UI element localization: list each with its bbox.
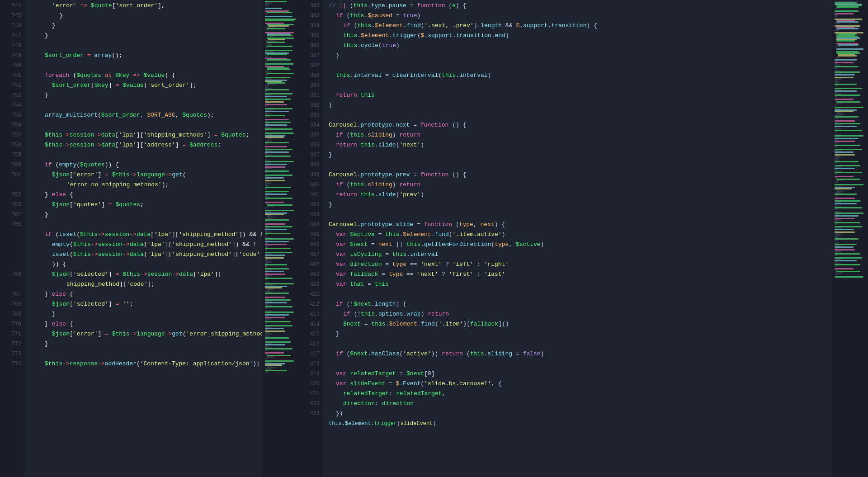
right-panel: 382 383 384 385 386 387 388 389 390 391 … [298,0,832,477]
code-line [30,100,262,110]
code-line: $this->response->addHeader('Content-Type… [30,359,262,369]
code-line [30,150,262,160]
code-line: $sort_order[$key] = $value['sort_order']… [30,80,262,90]
code-line: return this.slide('next') [329,140,832,150]
code-line: } [30,309,262,319]
code-line: var slideEvent = $.Event('slide.bs.carou… [329,379,832,389]
code-line: } [329,150,832,160]
code-line: this.interval = clearInterval(this.inter… [329,71,832,80]
code-line: Carousel.prototype.prev = function () { [329,170,832,180]
code-line [329,359,832,369]
code-line: }) [329,409,832,419]
left-panel: 744 745 746 747 748 749 750 751 752 753 … [0,0,262,477]
left-code-content: 'error' => $quote['sort_order'], } } } [25,0,262,477]
code-line: if (this.$element.find('.next, .prev').l… [329,21,832,31]
code-line: direction: direction [329,399,832,409]
code-line [30,349,262,359]
code-line: isset($this->session->data['lpa']['shipp… [30,250,262,260]
code-line: $json['error'] = $this->language->get( [30,170,262,180]
code-line: 'error_no_shipping_methods'); [30,180,262,190]
code-line: foreach ($quotes as $key => $value) { [30,71,262,80]
code-line: var relatedTarget = $next[0] [329,369,832,379]
code-line: $this->session->data['lpa']['address'] =… [30,140,262,150]
code-line: $json['selected'] = $this->session->data… [30,269,262,279]
right-minimap [832,0,868,477]
code-line: if (!this.options.wrap) return [329,309,832,319]
code-line: } else { [30,190,262,200]
left-line-numbers: 744 745 746 747 748 749 750 751 752 753 … [0,0,25,477]
code-line: $this->session->data['lpa']['shipping_me… [30,130,262,140]
code-line: shipping_method]['code']; [30,279,262,289]
code-line: var $active = this.$element.find('.item.… [329,230,832,240]
code-line: var fallback = type == 'next' ? 'first' … [329,269,832,279]
code-line: } [329,51,832,61]
code-line: 'error' => $quote['sort_order'], [30,1,262,11]
code-line [30,61,262,71]
code-line: var isCycling = this.interval [329,250,832,260]
code-line: relatedTarget: relatedTarget, [329,389,832,399]
code-line: } [329,100,832,110]
code-line [329,110,832,120]
code-line: if ($next.hasClass('active')) return (th… [329,349,832,359]
right-code-content: // || (this.type.pause = function (e) { … [323,0,832,477]
code-line: this.cycle(true) [329,41,832,51]
code-line [329,160,832,170]
code-line: $next = this.$element.find('.item')[fall… [329,319,832,329]
code-line: } [30,339,262,349]
code-line [329,61,832,71]
code-line [30,120,262,130]
code-line: $json['error'] = $this->language->get('e… [30,329,262,339]
code-line: } [30,11,262,21]
code-line: return this [329,90,832,100]
code-line [329,289,832,299]
code-line: // || (this.type.pause = function (e) { [329,1,832,11]
code-line: Carousel.prototype.slide = function (typ… [329,220,832,230]
code-line: $json['selected'] = ''; [30,299,262,309]
code-line: var direction = type == 'next' ? 'left' … [329,260,832,269]
code-line: if (this.sliding) return [329,130,832,140]
code-line: } [30,210,262,220]
code-line: if (this.$paused = true) [329,11,832,21]
code-line: if (!$next.length) { [329,299,832,309]
code-line: )) { [30,260,262,269]
code-line [30,41,262,51]
code-line: array_multisort($sort_order, SORT_ASC, $… [30,110,262,120]
code-line [329,339,832,349]
code-line: this.$element.trigger($.support.transiti… [329,31,832,41]
code-line: } [30,90,262,100]
right-line-numbers: 382 383 384 385 386 387 388 389 390 391 … [298,0,323,477]
code-line: } else { [30,289,262,299]
code-line: empty($this->session->data['lpa']['shipp… [30,240,262,250]
code-line: if (empty($quotes)) { [30,160,262,170]
middle-minimap [262,0,298,477]
code-line: $sort_order = array(); [30,51,262,61]
code-line: } [30,31,262,41]
code-line [30,220,262,230]
code-line [329,80,832,90]
code-line: this.$element.trigger(slideEvent) [329,419,832,429]
code-line: } [30,21,262,31]
code-line: $json['quotes'] = $quotes; [30,200,262,210]
code-line: } [329,329,832,339]
code-line: if (isset($this->session->data['lpa']['s… [30,230,262,240]
editor-container: 744 745 746 747 748 749 750 751 752 753 … [0,0,868,477]
code-line: } [329,200,832,210]
code-line: var that = this [329,279,832,289]
code-line: } else { [30,319,262,329]
code-line: var $next = next || this.getItemForDirec… [329,240,832,250]
code-line: return this.slide('prev') [329,190,832,200]
code-line: Carousel.prototype.next = function () { [329,120,832,130]
code-line [329,210,832,220]
code-line: if (this.sliding) return [329,180,832,190]
